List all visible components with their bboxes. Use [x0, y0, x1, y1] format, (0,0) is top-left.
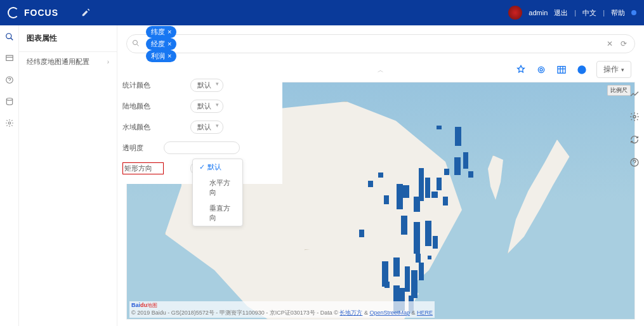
data-bar[interactable]	[425, 221, 431, 246]
question-icon[interactable]	[629, 157, 640, 167]
data-bar[interactable]	[419, 263, 424, 280]
table-icon[interactable]	[556, 64, 567, 75]
data-bar[interactable]	[416, 254, 421, 263]
rail-settings-icon[interactable]	[4, 118, 15, 128]
data-bar[interactable]	[455, 127, 461, 146]
dropdown-item[interactable]: 水平方向	[193, 175, 242, 200]
config-label: 统计颜色	[122, 81, 164, 90]
logo: FOCUS	[8, 7, 90, 18]
attr-link[interactable]: 长地万方	[339, 310, 362, 316]
operate-button[interactable]: 操作 ▾	[596, 61, 631, 78]
settings-icon[interactable]	[536, 64, 547, 75]
logo-icon	[8, 7, 19, 18]
search-icon	[132, 39, 141, 49]
data-bar[interactable]	[393, 258, 400, 277]
data-bar[interactable]	[431, 192, 438, 198]
chevron-right-icon: ›	[107, 58, 109, 65]
content: 纬度×经度×利润× ✕ ⟳ ︿ 操作 ▾ 统计颜色默认陆地颜色默认水域颜色默认 …	[117, 25, 644, 326]
config-row: 水域颜色默认	[117, 117, 276, 138]
config-label: 陆地颜色	[122, 101, 164, 111]
logo-text: FOCUS	[24, 8, 58, 18]
clear-icon[interactable]: ✕	[604, 39, 615, 48]
config-row: 陆地颜色默认	[117, 96, 276, 117]
app-header: FOCUS admin 退出 | 中文 | 帮助	[0, 0, 644, 25]
search-chip[interactable]: 经度×	[146, 38, 176, 50]
rail-search-icon[interactable]	[4, 32, 15, 42]
opacity-input[interactable]	[164, 141, 240, 154]
attr-link-osm[interactable]: OpenStreetMap	[369, 310, 410, 316]
data-bar[interactable]	[359, 230, 364, 237]
config-label: 水域颜色	[122, 122, 164, 132]
data-bar[interactable]	[428, 256, 431, 259]
data-bar[interactable]	[454, 157, 461, 175]
data-bar[interactable]	[419, 168, 424, 201]
config-row: 统计颜色默认	[117, 75, 276, 96]
chevron-down-icon: ▾	[621, 67, 624, 73]
config-select[interactable]: 默认	[190, 79, 223, 92]
pin-icon[interactable]	[515, 64, 527, 75]
rect-dir-dropdown: ✓默认水平方向垂直方向	[192, 159, 243, 226]
reload-icon[interactable]: ⟳	[618, 39, 629, 48]
dropdown-item[interactable]: 垂直方向	[193, 200, 242, 226]
avatar[interactable]	[508, 6, 522, 20]
svg-rect-7	[558, 66, 565, 73]
search-chip[interactable]: 纬度×	[146, 26, 176, 38]
dropdown-item[interactable]: ✓默认	[193, 159, 242, 175]
data-bar[interactable]	[437, 126, 442, 129]
config-panel: 统计颜色默认陆地颜色默认水域颜色默认 透明度 矩形方向 默认 ✓默认水平方向垂直…	[117, 70, 282, 184]
svg-point-4	[8, 122, 11, 124]
edit-icon[interactable]	[81, 8, 90, 17]
data-bar[interactable]	[368, 181, 373, 187]
data-bar[interactable]	[468, 171, 473, 178]
svg-point-8	[633, 115, 636, 118]
lang-link[interactable]: 中文	[582, 8, 596, 18]
svg-point-6	[540, 68, 542, 71]
collapse-handle-icon[interactable]: ︿	[378, 66, 384, 75]
data-bar[interactable]	[401, 216, 407, 235]
sidebar-title: 图表属性	[19, 25, 117, 52]
sidebar-item-label: 经纬度地图通用配置	[27, 57, 89, 67]
nav-rail	[0, 25, 19, 326]
attr-link-here[interactable]: HERE	[417, 310, 433, 316]
data-bar[interactable]	[378, 173, 383, 178]
svg-point-5	[133, 40, 138, 44]
chart-type-icon[interactable]	[576, 64, 588, 75]
chip-remove-icon[interactable]: ×	[168, 40, 171, 48]
sidebar: 图表属性 经纬度地图通用配置 ›	[19, 25, 117, 326]
gear-icon[interactable]	[629, 112, 640, 122]
logout-link[interactable]: 退出	[554, 8, 568, 18]
data-bar[interactable]	[437, 178, 442, 190]
opacity-label: 透明度	[122, 143, 164, 153]
data-bar[interactable]	[405, 266, 410, 292]
data-bar[interactable]	[414, 222, 420, 254]
rail-help-icon[interactable]	[4, 75, 15, 85]
data-bar[interactable]	[425, 178, 430, 198]
config-select[interactable]: 默认	[190, 121, 223, 134]
rect-dir-label: 矩形方向	[122, 162, 164, 174]
search-bar[interactable]: 纬度×经度×利润× ✕ ⟳	[126, 34, 635, 53]
refresh-icon[interactable]	[629, 134, 640, 145]
data-bar[interactable]	[443, 197, 448, 205]
data-bar[interactable]	[397, 184, 403, 209]
sidebar-item-map-config[interactable]: 经纬度地图通用配置 ›	[19, 52, 117, 72]
rail-data-icon[interactable]	[4, 96, 15, 107]
data-bar[interactable]	[384, 195, 389, 204]
chip-remove-icon[interactable]: ×	[168, 28, 171, 36]
map-attribution: Baidu地图 © 2019 Baidu - GS(2018)5572号 - 甲…	[129, 301, 435, 318]
data-bar[interactable]	[411, 270, 417, 298]
svg-point-0	[6, 34, 11, 39]
scale-badge[interactable]: 比例尺	[607, 85, 631, 96]
data-bar[interactable]	[433, 236, 438, 249]
data-bar[interactable]	[444, 169, 449, 175]
svg-rect-1	[6, 55, 13, 60]
config-select[interactable]: 默认	[190, 100, 223, 113]
data-bar[interactable]	[403, 185, 409, 198]
svg-point-3	[6, 98, 12, 101]
help-link[interactable]: 帮助	[611, 8, 625, 18]
trend-icon[interactable]	[629, 89, 640, 99]
rail-dashboard-icon[interactable]	[4, 53, 15, 63]
data-bar[interactable]	[384, 282, 390, 288]
data-bar[interactable]	[463, 152, 468, 169]
right-toolbar	[625, 89, 644, 167]
username: admin	[529, 9, 548, 16]
